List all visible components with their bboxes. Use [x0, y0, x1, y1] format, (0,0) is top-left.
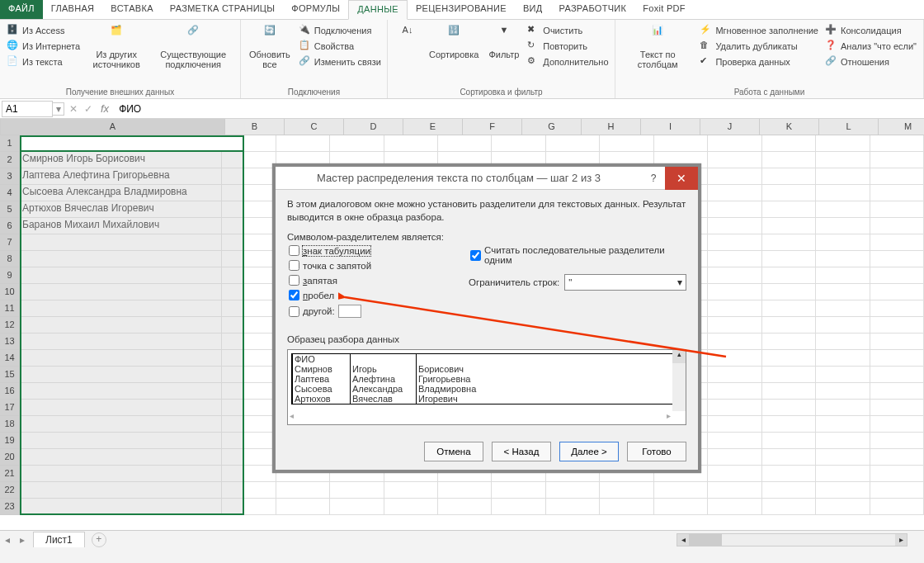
- cell[interactable]: [600, 135, 653, 152]
- cell[interactable]: [20, 300, 222, 317]
- cell[interactable]: [222, 350, 276, 367]
- cell[interactable]: [870, 499, 924, 515]
- col-header-F[interactable]: F: [463, 119, 522, 135]
- cell[interactable]: [708, 350, 761, 367]
- preview-vscroll[interactable]: ▴: [672, 350, 686, 411]
- cell[interactable]: [816, 350, 870, 367]
- btn-validation[interactable]: ✔Проверка данных: [698, 54, 791, 69]
- col-header-E[interactable]: E: [403, 119, 463, 135]
- tab-review[interactable]: РЕЦЕНЗИРОВАНИЕ: [408, 0, 515, 19]
- cell[interactable]: [708, 135, 761, 152]
- btn-reapply[interactable]: ↻Повторить: [526, 39, 589, 54]
- text-qualifier-select[interactable]: "▾: [564, 274, 686, 291]
- fx-button[interactable]: fx: [96, 102, 114, 115]
- cell[interactable]: [222, 416, 276, 433]
- cell[interactable]: [654, 499, 708, 515]
- cell[interactable]: [708, 383, 761, 400]
- cell[interactable]: [20, 284, 222, 300]
- cell[interactable]: [762, 499, 816, 515]
- cell[interactable]: [708, 267, 761, 284]
- row-header-19[interactable]: 19: [0, 433, 20, 449]
- cell[interactable]: [708, 300, 761, 317]
- cell[interactable]: [708, 251, 761, 267]
- cell[interactable]: Артюхов Вячеслав Игоревич: [20, 201, 222, 218]
- tab-data[interactable]: ДАННЫЕ: [348, 0, 408, 20]
- btn-text-to-columns[interactable]: 📊Текст по столбцам: [620, 23, 695, 71]
- btn-from-web[interactable]: 🌐Из Интернета: [5, 39, 82, 54]
- cell[interactable]: [762, 383, 816, 400]
- cell[interactable]: [222, 152, 276, 168]
- cell[interactable]: ФИО: [20, 135, 222, 152]
- btn-back[interactable]: < Назад: [492, 442, 551, 461]
- cell[interactable]: [222, 234, 276, 251]
- cell[interactable]: [816, 466, 870, 482]
- cell[interactable]: [222, 367, 276, 383]
- cell[interactable]: [762, 400, 816, 416]
- cell[interactable]: [708, 317, 761, 334]
- cell[interactable]: [222, 317, 276, 334]
- cell[interactable]: [870, 367, 924, 383]
- cell[interactable]: [762, 201, 816, 218]
- cell[interactable]: [20, 267, 222, 284]
- row-header-4[interactable]: 4: [0, 185, 20, 201]
- cell[interactable]: [816, 251, 870, 267]
- cell[interactable]: [222, 185, 276, 201]
- dialog-close[interactable]: ✕: [665, 167, 698, 190]
- row-header-21[interactable]: 21: [0, 466, 20, 482]
- cell[interactable]: [20, 251, 222, 267]
- cell[interactable]: [816, 185, 870, 201]
- tab-view[interactable]: ВИД: [515, 0, 551, 19]
- cell[interactable]: [762, 334, 816, 350]
- tab-pagelayout[interactable]: РАЗМЕТКА СТРАНИЦЫ: [162, 0, 284, 19]
- name-box-arrow[interactable]: ▾: [53, 102, 64, 116]
- cell[interactable]: [816, 449, 870, 466]
- row-header-8[interactable]: 8: [0, 251, 20, 267]
- cell[interactable]: [708, 168, 761, 185]
- btn-consolidate[interactable]: ➕Консолидация: [823, 23, 903, 38]
- cell[interactable]: [222, 334, 276, 350]
- cell[interactable]: [870, 284, 924, 300]
- cell[interactable]: [438, 482, 492, 499]
- cell[interactable]: [708, 284, 761, 300]
- cell[interactable]: [870, 383, 924, 400]
- cell[interactable]: [762, 168, 816, 185]
- cell[interactable]: [762, 416, 816, 433]
- cell[interactable]: [222, 135, 276, 152]
- row-header-10[interactable]: 10: [0, 284, 20, 300]
- btn-whatif[interactable]: ❓Анализ "что если": [823, 39, 918, 54]
- cell[interactable]: [816, 218, 870, 234]
- row-header-5[interactable]: 5: [0, 201, 20, 218]
- hscrollbar[interactable]: ◂ ▸: [676, 533, 908, 546]
- cell[interactable]: [330, 499, 384, 515]
- cell[interactable]: [546, 482, 600, 499]
- cell[interactable]: [654, 135, 708, 152]
- cell[interactable]: [816, 317, 870, 334]
- cell[interactable]: [816, 168, 870, 185]
- btn-properties[interactable]: 📋Свойства: [297, 39, 356, 54]
- tab-developer[interactable]: РАЗРАБОТЧИК: [550, 0, 634, 19]
- cell[interactable]: [816, 499, 870, 515]
- row-header-2[interactable]: 2: [0, 152, 20, 168]
- cell[interactable]: [870, 201, 924, 218]
- cell[interactable]: [20, 350, 222, 367]
- cell[interactable]: [762, 185, 816, 201]
- btn-refresh-all[interactable]: 🔄Обновить все: [246, 23, 294, 71]
- col-header-I[interactable]: I: [641, 119, 700, 135]
- row-header-16[interactable]: 16: [0, 383, 20, 400]
- cell[interactable]: [708, 482, 761, 499]
- chk-tab[interactable]: ззнак табуляциинак табуляции: [287, 244, 452, 257]
- cell[interactable]: Лаптева Алефтина Григорьевна: [20, 168, 222, 185]
- preview-scroll-up[interactable]: ▴: [672, 350, 686, 363]
- hscroll-left[interactable]: ◂: [677, 534, 689, 546]
- cell[interactable]: [20, 499, 222, 515]
- btn-edit-links[interactable]: 🔗Изменить связи: [297, 54, 383, 69]
- cell[interactable]: [222, 400, 276, 416]
- cell[interactable]: [762, 449, 816, 466]
- cell[interactable]: [816, 482, 870, 499]
- cell[interactable]: [816, 234, 870, 251]
- cell[interactable]: Баранов Михаил Михайлович: [20, 218, 222, 234]
- cell[interactable]: [870, 433, 924, 449]
- cell[interactable]: [20, 466, 222, 482]
- cell[interactable]: [762, 218, 816, 234]
- cell[interactable]: [222, 201, 276, 218]
